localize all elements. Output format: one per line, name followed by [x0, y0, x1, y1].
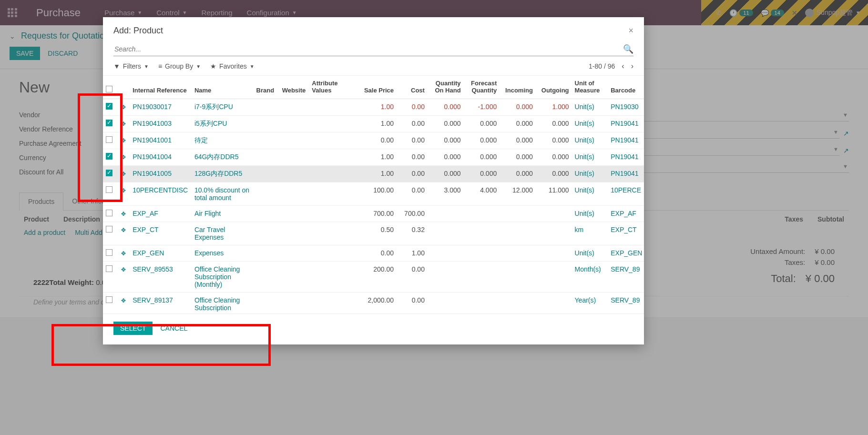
pager-prev[interactable]: ‹ — [622, 62, 624, 71]
cell-name[interactable]: i5系列CPU — [194, 120, 227, 127]
table-row[interactable]: ✥EXP_AFAir Flight700.00700.00Unit(s)EXP_… — [103, 206, 644, 222]
cell-uom[interactable]: Unit(s) — [575, 120, 594, 127]
select-all-checkbox[interactable] — [106, 86, 112, 92]
drag-icon[interactable]: ✥ — [121, 154, 126, 161]
cell-barcode[interactable]: PN19041 — [611, 136, 638, 144]
cell-uom[interactable]: km — [575, 226, 584, 233]
cell-name[interactable]: 64G内存DDR5 — [194, 153, 239, 161]
cell-name[interactable]: Air Flight — [194, 210, 221, 217]
pager: 1-80 / 96 ‹ › — [589, 62, 633, 71]
drag-icon[interactable]: ✥ — [121, 227, 126, 233]
cell-uom[interactable]: Unit(s) — [575, 249, 594, 257]
cell-uom[interactable]: Unit(s) — [575, 103, 594, 111]
drag-icon[interactable]: ✥ — [121, 266, 126, 273]
cell-barcode[interactable]: SERV_89 — [611, 296, 640, 304]
drag-icon[interactable]: ✥ — [121, 297, 126, 304]
table-row[interactable]: ✥SERV_89137Office Cleaning Subscription2… — [103, 293, 644, 314]
close-icon[interactable]: × — [628, 26, 633, 36]
cell-name[interactable]: Expenses — [194, 249, 224, 257]
drag-icon[interactable]: ✥ — [121, 250, 126, 257]
cell-ref[interactable]: PN19041005 — [133, 170, 172, 177]
star-icon: ★ — [210, 62, 216, 70]
row-checkbox[interactable] — [106, 153, 112, 160]
drag-icon[interactable]: ✥ — [121, 211, 126, 217]
row-checkbox[interactable] — [106, 265, 112, 272]
pager-next[interactable]: › — [631, 62, 633, 71]
add-product-modal: Add: Product × 🔍 ▼Filters▼ ≡Group By▼ ★F… — [103, 17, 644, 344]
cell-ref[interactable]: EXP_GEN — [133, 249, 164, 257]
drag-icon[interactable]: ✥ — [121, 187, 126, 194]
list-icon: ≡ — [158, 62, 162, 70]
search-icon[interactable]: 🔍 — [623, 44, 633, 54]
drag-icon[interactable]: ✥ — [121, 121, 126, 127]
cell-ref[interactable]: PN19041003 — [133, 120, 172, 127]
modal-title: Add: Product — [113, 26, 163, 36]
cell-uom[interactable]: Year(s) — [575, 296, 596, 304]
cancel-button[interactable]: CANCEL — [160, 322, 187, 335]
table-row[interactable]: ✥PN19041003i5系列CPU1.000.000.0000.0000.00… — [103, 116, 644, 132]
cell-uom[interactable]: Unit(s) — [575, 170, 594, 177]
product-table: Internal Reference Name Brand Website At… — [103, 76, 644, 314]
cell-barcode[interactable]: 10PERCE — [611, 186, 641, 194]
groupby-dropdown[interactable]: ≡Group By▼ — [158, 62, 201, 70]
table-row[interactable]: ✥PN1904100464G内存DDR51.000.000.0000.0000.… — [103, 149, 644, 166]
table-row[interactable]: ✥10PERCENTDISC10.0% discount on total am… — [103, 182, 644, 206]
favorites-dropdown[interactable]: ★Favorites▼ — [210, 62, 254, 70]
cell-ref[interactable]: PN19030017 — [133, 103, 172, 111]
cell-name[interactable]: i7-9系列CPU — [194, 103, 233, 111]
cell-name[interactable]: Car Travel Expenses — [194, 226, 225, 241]
drag-icon[interactable]: ✥ — [121, 137, 126, 144]
cell-uom[interactable]: Month(s) — [575, 265, 601, 273]
cell-name[interactable]: 待定 — [194, 136, 208, 144]
cell-ref[interactable]: SERV_89553 — [133, 265, 173, 273]
row-checkbox[interactable] — [106, 136, 112, 143]
cell-name[interactable]: 128G内存DDR5 — [194, 170, 242, 177]
cell-ref[interactable]: PN19041001 — [133, 136, 172, 144]
cell-name[interactable]: Office Cleaning Subscription — [194, 296, 240, 312]
table-row[interactable]: ✥PN19041005128G内存DDR51.000.000.0000.0000… — [103, 166, 644, 182]
cell-uom[interactable]: Unit(s) — [575, 210, 594, 217]
row-checkbox[interactable] — [106, 210, 112, 216]
row-checkbox[interactable] — [106, 170, 112, 176]
select-button[interactable]: SELECT — [113, 322, 153, 335]
cell-barcode[interactable]: EXP_GEN — [611, 249, 642, 257]
cell-name[interactable]: 10.0% discount on total amount — [194, 186, 249, 202]
cell-uom[interactable]: Unit(s) — [575, 186, 594, 194]
filter-icon: ▼ — [113, 62, 120, 70]
cell-barcode[interactable]: PN19041 — [611, 153, 638, 161]
filters-dropdown[interactable]: ▼Filters▼ — [113, 62, 149, 70]
drag-icon[interactable]: ✥ — [121, 104, 126, 111]
row-checkbox[interactable] — [106, 120, 112, 126]
cell-barcode[interactable]: EXP_AF — [611, 210, 636, 217]
table-row[interactable]: ✥EXP_GENExpenses0.001.00Unit(s)EXP_GEN — [103, 245, 644, 262]
cell-ref[interactable]: EXP_CT — [133, 226, 158, 233]
cell-uom[interactable]: Unit(s) — [575, 153, 594, 161]
row-checkbox[interactable] — [106, 186, 112, 193]
row-checkbox[interactable] — [106, 226, 112, 233]
cell-ref[interactable]: PN19041004 — [133, 153, 172, 161]
cell-barcode[interactable]: PN19030 — [611, 103, 638, 111]
search-box: 🔍 — [113, 42, 633, 56]
table-row[interactable]: ✥EXP_CTCar Travel Expenses0.500.32kmEXP_… — [103, 222, 644, 245]
row-checkbox[interactable] — [106, 249, 112, 256]
cell-uom[interactable]: Unit(s) — [575, 136, 594, 144]
drag-icon[interactable]: ✥ — [121, 171, 126, 177]
cell-ref[interactable]: EXP_AF — [133, 210, 158, 217]
cell-ref[interactable]: SERV_89137 — [133, 296, 173, 304]
row-checkbox[interactable] — [106, 296, 112, 303]
row-checkbox[interactable] — [106, 103, 112, 110]
cell-barcode[interactable]: PN19041 — [611, 170, 638, 177]
search-input[interactable] — [113, 42, 623, 56]
cell-name[interactable]: Office Cleaning Subscription (Monthly) — [194, 265, 240, 288]
cell-barcode[interactable]: SERV_89 — [611, 265, 640, 273]
cell-barcode[interactable]: EXP_CT — [611, 226, 636, 233]
cell-ref[interactable]: 10PERCENTDISC — [133, 186, 188, 194]
table-row[interactable]: ✥SERV_89553Office Cleaning Subscription … — [103, 262, 644, 293]
cell-barcode[interactable]: PN19041 — [611, 120, 638, 127]
table-row[interactable]: ✥PN19041001待定0.000.000.0000.0000.0000.00… — [103, 132, 644, 149]
table-row[interactable]: ✥PN19030017i7-9系列CPU1.000.000.000-1.0000… — [103, 99, 644, 116]
